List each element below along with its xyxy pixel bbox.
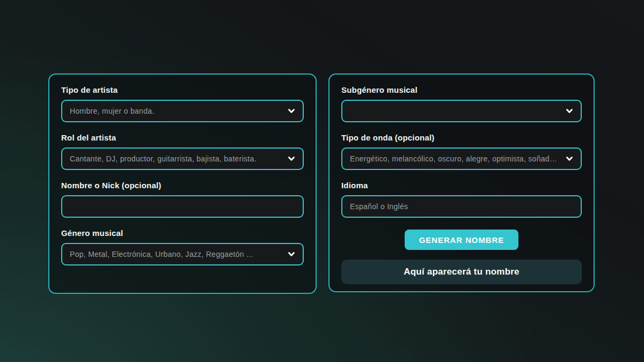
vibe-select[interactable]: Energético, melancólico, oscuro, alegre,… [341,147,582,170]
artist-type-select-value: Hombre, mujer o banda. [62,107,303,115]
nickname-label: Nombre o Nick (opcional) [61,181,304,190]
page-background: Tipo de artista Hombre, mujer o banda. R… [0,0,644,362]
artist-role-select-value: Cantante, DJ, productor, guitarrista, ba… [62,154,303,163]
subgenre-select[interactable] [341,100,582,122]
artist-role-select[interactable]: Cantante, DJ, productor, guitarrista, ba… [61,147,304,170]
chevron-down-icon [564,106,575,116]
subgenre-label: Subgénero musical [341,86,582,94]
result-placeholder-text: Aquí aparecerá tu nombre [404,267,519,277]
vibe-select-value: Energético, melancólico, oscuro, alegre,… [342,154,581,163]
artist-form-card: Tipo de artista Hombre, mujer o banda. R… [48,73,317,294]
vibe-label: Tipo de onda (opcional) [341,134,582,142]
artist-type-select[interactable]: Hombre, mujer o banda. [61,100,304,122]
generator-card: Subgénero musical Tipo de onda (opcional… [328,73,595,292]
result-box: Aquí aparecerá tu nombre [341,260,582,284]
genre-select-value: Pop, Metal, Electrónica, Urbano, Jazz, R… [62,250,303,258]
genre-select[interactable]: Pop, Metal, Electrónica, Urbano, Jazz, R… [61,243,304,265]
genre-label: Género musical [61,229,304,238]
language-label: Idioma [341,181,582,190]
artist-role-label: Rol del artista [61,134,304,142]
artist-type-label: Tipo de artista [61,86,304,94]
generate-name-button[interactable]: GENERAR NOMBRE [405,230,518,250]
nickname-input[interactable] [61,195,304,218]
language-input[interactable] [341,195,582,218]
